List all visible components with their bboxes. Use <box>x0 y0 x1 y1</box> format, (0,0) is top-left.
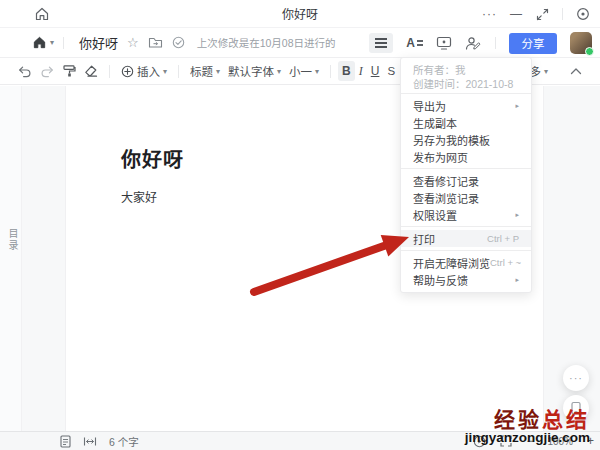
statusbar: 6 个字 − 100% + <box>0 431 600 450</box>
menu-item-print[interactable]: 打印 Ctrl + P <box>401 230 531 247</box>
float-device-button[interactable] <box>563 395 589 421</box>
minimize-icon[interactable]: — <box>510 8 523 20</box>
heading-caret-icon: ▾ <box>216 67 220 76</box>
page-view-icon[interactable] <box>60 435 71 448</box>
redo-button[interactable] <box>36 62 58 81</box>
menu-separator <box>401 93 531 94</box>
move-to-folder-icon[interactable] <box>148 36 163 49</box>
app-window: 你好呀 ··· — ▾ 你好呀 ☆ <box>0 0 600 450</box>
menu-item-revisions[interactable]: 查看修订记录 <box>401 172 531 189</box>
statusbar-left: 6 个字 <box>60 434 139 449</box>
collapse-toolbar-button[interactable] <box>566 64 586 78</box>
menu-item-view-history[interactable]: 查看浏览记录 <box>401 189 531 206</box>
menu-separator <box>401 168 531 169</box>
accessibility-shortcut: Ctrl + ~ <box>490 257 521 268</box>
fullscreen-icon[interactable] <box>500 435 512 447</box>
target-icon[interactable] <box>576 7 590 21</box>
font-size-caret-icon: ▾ <box>315 67 319 76</box>
font-dropdown[interactable]: 默认字体 ▾ <box>224 60 285 82</box>
submenu-arrow-icon: ▸ <box>515 211 519 219</box>
bold-button[interactable]: B <box>338 61 355 81</box>
menu-item-save-template[interactable]: 另存为我的模板 <box>401 131 531 148</box>
avatar[interactable] <box>570 32 592 54</box>
home-caret-icon: ▾ <box>50 38 54 47</box>
menu-item-accessibility[interactable]: 开启无障碍浏览 Ctrl + ~ <box>401 254 531 271</box>
statusbar-right: − 100% + <box>473 434 594 448</box>
menu-separator <box>401 226 531 227</box>
menu-owner: 所有者：我 <box>401 62 531 76</box>
undo-button[interactable] <box>14 62 36 81</box>
print-shortcut: Ctrl + P <box>487 233 519 244</box>
titlebar: 你好呀 ··· — <box>0 0 600 28</box>
fit-width-icon[interactable] <box>83 436 97 447</box>
menu-item-permissions[interactable]: 权限设置 ▸ <box>401 206 531 223</box>
underline-button[interactable]: U <box>367 61 384 81</box>
toolbar-divider <box>109 65 110 78</box>
saved-check-icon <box>172 36 185 49</box>
hamburger-menu-button[interactable] <box>369 33 393 53</box>
file-menu: 所有者：我 创建时间：2021-10-8 导出为 ▸ 生成副本 另存为我的模板 … <box>400 57 532 293</box>
left-rail: 目录 <box>0 86 22 431</box>
document-heading[interactable]: 你好呀 <box>121 144 184 173</box>
last-modified-text: 上次修改是在10月08日进行的 <box>197 35 336 50</box>
expand-icon[interactable] <box>536 8 549 21</box>
menu-item-duplicate[interactable]: 生成副本 <box>401 114 531 131</box>
insert-dropdown[interactable]: 插入 ▾ <box>117 60 171 82</box>
menu-created: 创建时间：2021-10-8 <box>401 76 531 90</box>
clear-format-eraser-icon[interactable] <box>80 61 102 81</box>
submenu-arrow-icon: ▸ <box>515 276 519 284</box>
strikethrough-button[interactable]: S <box>383 62 399 80</box>
share-button[interactable]: 分享 <box>509 33 557 54</box>
header-divider <box>63 37 64 49</box>
heading-dropdown[interactable]: 标题 ▾ <box>186 60 224 82</box>
zoom-out-button[interactable]: − <box>526 434 533 448</box>
titlebar-divider <box>562 8 563 20</box>
document-paragraph[interactable]: 大家好 <box>121 188 157 205</box>
present-mode-icon[interactable] <box>436 36 452 50</box>
home-filled-button[interactable]: ▾ <box>32 35 54 50</box>
font-size-dropdown[interactable]: 小一 ▾ <box>285 60 323 82</box>
menu-item-publish[interactable]: 发布为网页 <box>401 148 531 165</box>
font-caret-icon: ▾ <box>277 67 281 76</box>
star-icon[interactable]: ☆ <box>127 35 139 50</box>
doc-header-right: A 分享 <box>369 28 592 58</box>
word-count: 6 个字 <box>109 434 139 449</box>
toc-toggle[interactable]: 目录 <box>5 228 20 252</box>
doc-header: ▾ 你好呀 ☆ 上次修改是在10月08日进行的 A <box>0 28 600 58</box>
submenu-arrow-icon: ▸ <box>515 102 519 110</box>
menu-separator <box>401 250 531 251</box>
menu-item-export[interactable]: 导出为 ▸ <box>401 97 531 114</box>
collaborator-edit-icon[interactable] <box>465 36 482 51</box>
toolbar-divider <box>330 65 331 78</box>
header-right-divider <box>495 37 496 49</box>
doc-header-left: ▾ 你好呀 ☆ 上次修改是在10月08日进行的 <box>32 33 336 52</box>
doc-title[interactable]: 你好呀 <box>79 33 118 52</box>
titlebar-controls: ··· — <box>482 0 590 28</box>
zoom-in-button[interactable]: + <box>587 434 594 448</box>
menu-item-help[interactable]: 帮助与反馈 ▸ <box>401 271 531 288</box>
zoom-level[interactable]: 100% <box>547 436 573 447</box>
italic-button[interactable]: I <box>355 61 367 82</box>
insert-caret-icon: ▾ <box>163 67 167 76</box>
float-more-button[interactable]: ··· <box>563 365 589 391</box>
play-circle-icon[interactable] <box>473 435 486 448</box>
more-caret-icon: ▾ <box>544 67 548 76</box>
toolbar-divider <box>178 65 179 78</box>
online-badge <box>585 47 594 56</box>
more-options-icon[interactable]: ··· <box>482 8 497 20</box>
format-painter-icon[interactable] <box>58 61 80 81</box>
outline-style-icon[interactable]: A <box>406 36 423 50</box>
